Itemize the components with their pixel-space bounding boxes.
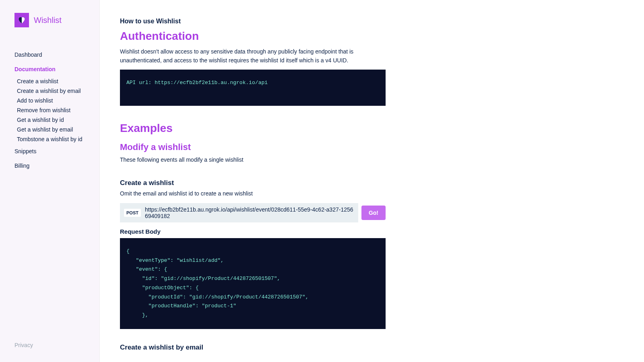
http-method-badge: POST <box>124 209 141 217</box>
subnav-create-wishlist[interactable]: Create a wishlist <box>17 76 99 86</box>
request-body-label: Request Body <box>120 228 386 235</box>
content-wrap: How to use Wishlist Authentication Wishl… <box>120 18 386 352</box>
modify-body: These following events all modify a sing… <box>120 156 386 165</box>
endpoint-row: POST https://ecfb2bf2e11b.au.ngrok.io/ap… <box>120 203 386 222</box>
endpoint-url: https://ecfb2bf2e11b.au.ngrok.io/api/wis… <box>145 206 354 219</box>
subnav-add-to-wishlist[interactable]: Add to wishlist <box>17 96 99 105</box>
create-wishlist-heading: Create a wishlist <box>120 179 386 187</box>
create-by-email-heading: Create a wishlist by email <box>120 343 386 352</box>
examples-heading: Examples <box>120 122 386 135</box>
api-url-codeblock: API url: https://ecfb2bf2e11b.au.ngrok.i… <box>120 70 386 106</box>
page-howto: How to use Wishlist <box>120 18 386 25</box>
modify-heading: Modify a wishlist <box>120 142 386 152</box>
nav-dashboard[interactable]: Dashboard <box>14 47 99 62</box>
nav-snippets[interactable]: Snippets <box>14 144 99 158</box>
main-content: How to use Wishlist Authentication Wishl… <box>100 0 644 362</box>
subnav-get-by-email[interactable]: Get a wishlist by email <box>17 125 99 134</box>
subnav-get-by-id[interactable]: Get a wishlist by id <box>17 115 99 125</box>
nav-privacy[interactable]: Privacy <box>14 342 33 348</box>
brand-name: Wishlist <box>34 16 62 25</box>
request-body-codeblock: { "eventType": "wishlist/add", "event": … <box>120 238 386 329</box>
nav-documentation-sub: Create a wishlist Create a wishlist by e… <box>14 76 99 144</box>
auth-heading: Authentication <box>120 30 386 43</box>
auth-body: Wishlist doesn't allow access to any sen… <box>120 47 386 65</box>
sidebar: Wishlist Dashboard Documentation Create … <box>0 0 100 362</box>
nav-documentation[interactable]: Documentation <box>14 62 99 76</box>
brand-logo <box>14 13 29 27</box>
brand-row[interactable]: Wishlist <box>0 13 99 39</box>
nav: Dashboard Documentation Create a wishlis… <box>0 39 99 173</box>
subnav-remove-from-wishlist[interactable]: Remove from wishlist <box>17 105 99 115</box>
sidebar-inner: Wishlist Dashboard Documentation Create … <box>0 13 99 362</box>
go-button[interactable]: Go! <box>361 206 386 220</box>
endpoint-box: POST https://ecfb2bf2e11b.au.ngrok.io/ap… <box>120 203 358 222</box>
subnav-tombstone-by-id[interactable]: Tombstone a wishlist by id <box>17 134 99 144</box>
create-wishlist-desc: Omit the email and wishlist id to create… <box>120 189 386 198</box>
subnav-create-by-email[interactable]: Create a wishlist by email <box>17 86 99 96</box>
heart-icon <box>17 16 26 25</box>
nav-billing[interactable]: Billing <box>14 158 99 173</box>
